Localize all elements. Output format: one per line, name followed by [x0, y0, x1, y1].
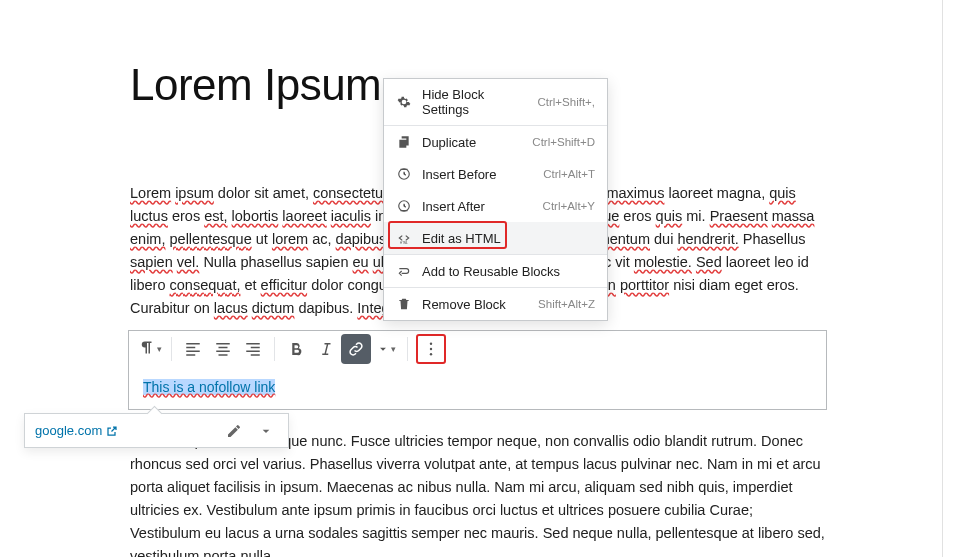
- reusable-icon: [396, 263, 412, 279]
- menu-shortcut: Ctrl+Shift+D: [532, 136, 595, 148]
- block-type-button[interactable]: [135, 334, 165, 364]
- menu-item-duplicate[interactable]: Duplicate Ctrl+Shift+D: [384, 126, 607, 158]
- svg-text:HTML: HTML: [400, 241, 408, 245]
- block-toolbar: [129, 331, 826, 367]
- more-rich-text-button[interactable]: [371, 334, 401, 364]
- block-options-menu: Hide Block Settings Ctrl+Shift+, Duplica…: [383, 78, 608, 321]
- external-link-icon: [106, 425, 118, 437]
- menu-label: Insert After: [422, 199, 533, 214]
- chevron-down-icon: [258, 423, 274, 439]
- menu-shortcut: Shift+Alt+Z: [538, 298, 595, 310]
- insert-after-icon: [396, 198, 412, 214]
- menu-label: Duplicate: [422, 135, 522, 150]
- menu-item-add-reusable[interactable]: Add to Reusable Blocks: [384, 255, 607, 287]
- chevron-down-icon: [376, 342, 390, 356]
- align-left-icon: [184, 340, 202, 358]
- menu-item-hide-block-settings[interactable]: Hide Block Settings Ctrl+Shift+,: [384, 79, 607, 125]
- menu-label: Hide Block Settings: [422, 87, 527, 117]
- italic-icon: [317, 340, 335, 358]
- insert-before-icon: [396, 166, 412, 182]
- nofollow-link-text[interactable]: This is a nofollow link: [143, 379, 275, 395]
- menu-label: Insert Before: [422, 167, 533, 182]
- align-right-button[interactable]: [238, 334, 268, 364]
- bold-button[interactable]: [281, 334, 311, 364]
- align-left-button[interactable]: [178, 334, 208, 364]
- italic-button[interactable]: [311, 334, 341, 364]
- bold-icon: [287, 340, 305, 358]
- align-center-button[interactable]: [208, 334, 238, 364]
- link-edit-button[interactable]: [222, 419, 246, 443]
- pilcrow-icon: [138, 340, 156, 358]
- paragraph-block-2[interactable]: Pellentesque ut scelerisque nunc. Fusce …: [130, 430, 825, 557]
- menu-item-remove-block[interactable]: Remove Block Shift+Alt+Z: [384, 288, 607, 320]
- link-button[interactable]: [341, 334, 371, 364]
- menu-shortcut: Ctrl+Shift+,: [537, 96, 595, 108]
- trash-icon: [396, 296, 412, 312]
- menu-item-insert-before[interactable]: Insert Before Ctrl+Alt+T: [384, 158, 607, 190]
- more-options-button[interactable]: [416, 334, 446, 364]
- menu-shortcut: Ctrl+Alt+Y: [543, 200, 595, 212]
- menu-item-edit-as-html[interactable]: HTML Edit as HTML: [384, 222, 607, 254]
- html-icon: HTML: [396, 230, 412, 246]
- active-block: This is a nofollow link: [128, 330, 827, 410]
- svg-point-0: [430, 343, 432, 345]
- gear-icon: [396, 94, 412, 110]
- link-url-text: google.com: [35, 423, 102, 438]
- scrollbar-edge: [942, 0, 943, 557]
- ellipsis-vertical-icon: [422, 340, 440, 358]
- link-settings-button[interactable]: [254, 419, 278, 443]
- align-right-icon: [244, 340, 262, 358]
- block-content[interactable]: This is a nofollow link: [129, 367, 826, 409]
- menu-label: Remove Block: [422, 297, 528, 312]
- menu-item-insert-after[interactable]: Insert After Ctrl+Alt+Y: [384, 190, 607, 222]
- menu-shortcut: Ctrl+Alt+T: [543, 168, 595, 180]
- menu-label: Add to Reusable Blocks: [422, 264, 595, 279]
- menu-label: Edit as HTML: [422, 231, 595, 246]
- duplicate-icon: [396, 134, 412, 150]
- align-center-icon: [214, 340, 232, 358]
- link-url[interactable]: google.com: [35, 423, 214, 438]
- pencil-icon: [226, 423, 242, 439]
- svg-point-1: [430, 348, 432, 350]
- svg-point-2: [430, 353, 432, 355]
- link-popover: google.com: [24, 413, 289, 448]
- link-icon: [347, 340, 365, 358]
